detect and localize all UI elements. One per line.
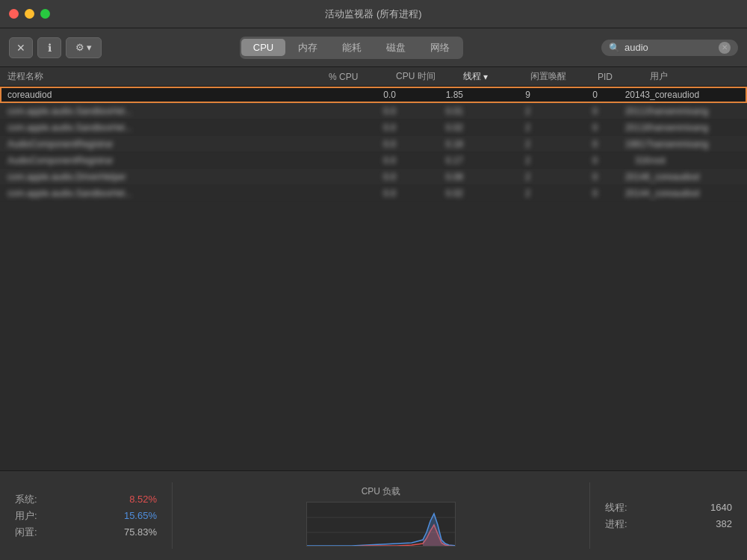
tab-network[interactable]: 网络	[418, 38, 462, 57]
cell-threads: 9	[463, 90, 530, 100]
gear-button[interactable]: ⚙ ▾	[66, 37, 102, 58]
col-header-user[interactable]: 用户	[650, 70, 740, 83]
stat-row-user: 用户: 15.65%	[15, 509, 157, 523]
cpu-chart-area: CPU 负载	[173, 479, 589, 553]
stat-value-threads: 1640	[710, 502, 732, 513]
bottom-panel: 系统: 8.52% 用户: 15.65% 闲置: 75.83% CPU 负载	[0, 470, 747, 560]
stat-value-idle: 75.83%	[124, 526, 157, 538]
tab-group: CPU 内存 能耗 磁盘 网络	[240, 37, 463, 59]
cell-pid: 20118	[598, 122, 650, 133]
tab-disk[interactable]: 磁盘	[374, 38, 418, 57]
cell-cpu-time: 0.18	[396, 139, 463, 149]
table-body: coreaudiod 0.0 1.85 9 0 20143 _coreaudio…	[0, 87, 747, 202]
cell-name: com.apple.audio.SandboxHel...	[7, 122, 329, 133]
minimize-button[interactable]	[25, 9, 34, 19]
toolbar: ✕ ℹ ⚙ ▾ CPU 内存 能耗 磁盘 网络 🔍 ✕	[0, 28, 747, 67]
cell-user: _coreaudiod	[650, 188, 740, 199]
maximize-button[interactable]	[40, 9, 50, 19]
cell-cpu-time: 0.02	[396, 188, 463, 199]
window-controls[interactable]	[9, 9, 50, 19]
col-header-idle-wake[interactable]: 闲置唤醒	[530, 70, 598, 83]
cell-idle-wake: 0	[530, 155, 598, 166]
cell-user: _coreaudiod	[650, 90, 740, 100]
cell-idle-wake: 0	[530, 106, 598, 116]
cell-pid: 20143	[598, 90, 650, 100]
stat-row-idle: 闲置: 75.83%	[15, 526, 157, 539]
col-header-pid[interactable]: PID	[598, 72, 650, 82]
search-box: 🔍 ✕	[601, 40, 738, 56]
stop-icon: ✕	[16, 42, 25, 54]
stat-label-processes: 进程:	[605, 517, 642, 531]
cell-user: hansenmixang	[650, 139, 740, 149]
search-input[interactable]	[624, 42, 714, 53]
table-row[interactable]: AudioComponentRegistrar 0.0 0.17 2 0 316…	[0, 152, 747, 169]
cell-threads: 2	[463, 106, 530, 116]
cell-pid: 20144	[598, 188, 650, 199]
cell-name: coreaudiod	[7, 90, 329, 100]
cell-idle-wake: 0	[530, 188, 598, 199]
tab-memory[interactable]: 内存	[286, 38, 329, 57]
table-row[interactable]: com.apple.audio.DriverHelper 0.0 0.08 2 …	[0, 169, 747, 185]
cell-idle-wake: 0	[530, 139, 598, 149]
cell-name: com.apple.audio.DriverHelper	[7, 172, 329, 182]
stat-value-system: 8.52%	[129, 494, 157, 505]
stat-row-threads: 线程: 1640	[605, 501, 732, 514]
cell-cpu-time: 0.17	[396, 155, 463, 166]
cell-user: root	[650, 155, 740, 166]
cell-threads: 2	[463, 188, 530, 199]
tab-cpu[interactable]: CPU	[241, 39, 285, 56]
stat-value-user: 15.65%	[124, 510, 157, 521]
stop-button[interactable]: ✕	[9, 37, 33, 58]
cell-user: hansenmixang	[650, 106, 740, 116]
stat-label-idle: 闲置:	[15, 526, 52, 539]
close-button[interactable]	[9, 9, 19, 19]
cpu-chart-svg	[307, 503, 456, 547]
col-header-cpu-pct[interactable]: % CPU	[329, 72, 396, 82]
cell-threads: 2	[463, 155, 530, 166]
info-icon: ℹ	[48, 42, 52, 54]
cell-name: AudioComponentRegistrar	[7, 139, 329, 149]
table-row[interactable]: AudioComponentRegistrar 0.0 0.18 2 0 198…	[0, 136, 747, 152]
stat-row-processes: 进程: 382	[605, 517, 732, 531]
cell-name: com.apple.audio.SandboxHel...	[7, 106, 329, 116]
cell-pid: 19817	[598, 139, 650, 149]
col-header-threads[interactable]: 线程 ▾	[463, 70, 530, 83]
cell-cpu-pct: 0.0	[329, 139, 396, 149]
cell-pid: 20113	[598, 106, 650, 116]
cell-cpu-pct: 0.0	[329, 172, 396, 182]
table-row[interactable]: com.apple.audio.SandboxHel... 0.0 0.02 2…	[0, 119, 747, 136]
cell-pid: 20148	[598, 172, 650, 182]
cpu-chart-label: CPU 负载	[362, 485, 401, 498]
main-content: 进程名称 % CPU CPU 时间 线程 ▾ 闲置唤醒 PID 用户 corea…	[0, 67, 747, 470]
col-header-cpu-time[interactable]: CPU 时间	[396, 70, 463, 83]
col-header-name[interactable]: 进程名称	[7, 70, 329, 83]
cell-idle-wake: 0	[530, 122, 598, 133]
cell-threads: 2	[463, 139, 530, 149]
cell-user: _coreaudiod	[650, 172, 740, 182]
cell-name: AudioComponentRegistrar	[7, 155, 329, 166]
stat-label-system: 系统:	[15, 493, 52, 506]
search-clear-button[interactable]: ✕	[719, 42, 731, 54]
table-row[interactable]: com.apple.audio.SandboxHel... 0.0 0.01 2…	[0, 103, 747, 119]
table-row[interactable]: coreaudiod 0.0 1.85 9 0 20143 _coreaudio…	[0, 87, 747, 103]
cell-cpu-pct: 0.0	[329, 90, 396, 100]
cell-cpu-time: 1.85	[396, 90, 463, 100]
table-row[interactable]: com.apple.audio.SandboxHel... 0.0 0.02 2…	[0, 185, 747, 202]
info-button[interactable]: ℹ	[37, 37, 61, 58]
cell-threads: 2	[463, 122, 530, 133]
cell-idle-wake: 0	[530, 172, 598, 182]
cpu-stats-left: 系统: 8.52% 用户: 15.65% 闲置: 75.83%	[7, 479, 172, 553]
cell-cpu-pct: 0.0	[329, 122, 396, 133]
titlebar: 活动监视器 (所有进程)	[0, 0, 747, 28]
tab-energy[interactable]: 能耗	[330, 38, 374, 57]
cell-cpu-time: 0.01	[396, 106, 463, 116]
gear-icon: ⚙	[75, 42, 84, 53]
cpu-stats-right: 线程: 1640 进程: 382	[590, 479, 740, 553]
gear-chevron-icon: ▾	[87, 42, 92, 53]
cell-cpu-pct: 0.0	[329, 188, 396, 199]
cell-pid: 316	[598, 155, 650, 166]
cell-cpu-time: 0.08	[396, 172, 463, 182]
cell-cpu-pct: 0.0	[329, 106, 396, 116]
cell-name: com.apple.audio.SandboxHel...	[7, 188, 329, 199]
cell-idle-wake: 0	[530, 90, 598, 100]
